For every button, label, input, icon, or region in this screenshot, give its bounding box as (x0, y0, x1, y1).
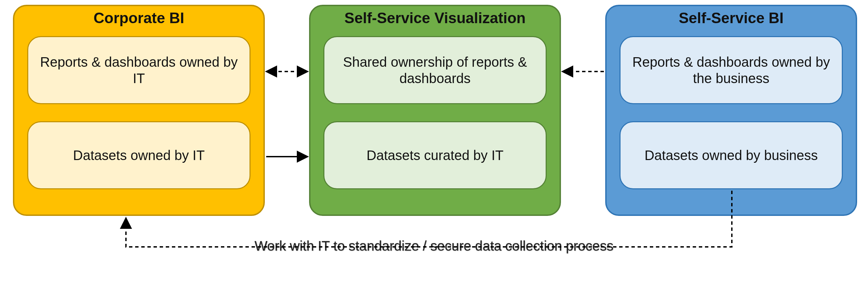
box-reports-owned-by-it: Reports & dashboards owned by IT (27, 36, 251, 104)
panel-corporate-bi: Corporate BI Reports & dashboards owned … (13, 5, 265, 216)
panel-title-ssv: Self-Service Visualization (310, 10, 560, 27)
panel-title-ssbi: Self-Service BI (607, 10, 856, 27)
box-datasets-owned-by-it: Datasets owned by IT (27, 121, 251, 189)
panel-title-corporate: Corporate BI (14, 10, 263, 27)
panel-self-service-visualization: Self-Service Visualization Shared owners… (309, 5, 561, 216)
panel-self-service-bi: Self-Service BI Reports & dashboards own… (605, 5, 857, 216)
box-datasets-owned-by-business: Datasets owned by business (620, 121, 843, 189)
box-datasets-curated-by-it: Datasets curated by IT (323, 121, 547, 189)
bottom-caption: Work with IT to standardize / secure dat… (255, 238, 614, 254)
box-reports-owned-by-business: Reports & dashboards owned by the busine… (620, 36, 843, 104)
box-shared-ownership: Shared ownership of reports & dashboards (323, 36, 547, 104)
